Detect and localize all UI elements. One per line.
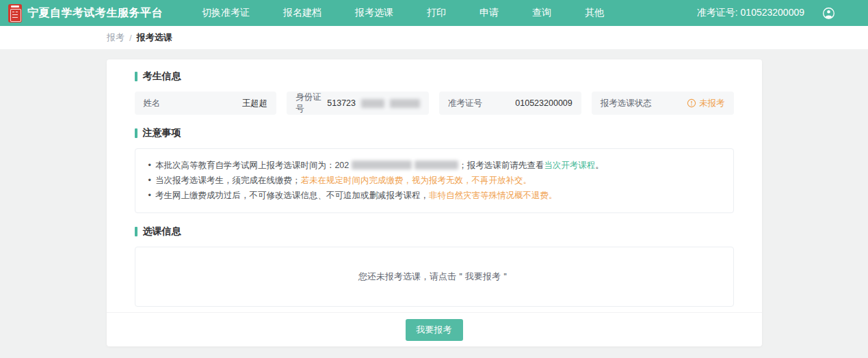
nav-item-other[interactable]: 其他	[585, 7, 604, 19]
breadcrumb-separator: /	[129, 33, 132, 43]
nav-item-switch-ticket[interactable]: 切换准考证	[202, 7, 250, 19]
redacted-blur	[352, 161, 412, 169]
redacted-blur	[361, 99, 384, 108]
field-name: 姓名 王超超	[135, 92, 277, 115]
nav-item-apply[interactable]: 申请	[479, 7, 499, 19]
nav-item-query[interactable]: 查询	[532, 7, 551, 19]
section-notes: 注意事项	[135, 127, 734, 139]
empty-state-text: 您还未报考选课，请点击＂我要报考＂	[358, 271, 510, 283]
section-candidate-info-label: 考生信息	[143, 70, 181, 83]
field-id-number-label: 身份证号	[295, 92, 327, 115]
breadcrumb-parent[interactable]: 报考	[107, 31, 124, 44]
note-line: 本批次高等教育自学考试网上报考选课时间为：202；报考选课前请先查看当次开考课程…	[148, 158, 720, 173]
note-line: 考生网上缴费成功过后，不可修改选课信息、不可追加或删减报考课程，非特自然灾害等殊…	[148, 188, 720, 203]
breadcrumb: 报考 / 报考选课	[0, 26, 868, 49]
section-bar	[135, 227, 137, 236]
app-header: 宁夏自学考试考生服务平台 切换准考证 报名建档 报考选课 打印 申请 查询 其他…	[0, 0, 868, 26]
field-id-number: 身份证号 513723	[287, 92, 429, 115]
field-name-value: 王超超	[242, 98, 268, 109]
breadcrumb-current: 报考选课	[137, 31, 172, 44]
section-course-selection-label: 选课信息	[143, 225, 181, 238]
note-line: 当次报考选课考生，须完成在线缴费；若未在规定时间内完成缴费，视为报考无效，不再开…	[148, 173, 720, 188]
platform-logo-icon	[8, 4, 22, 23]
field-selection-status: 报考选课状态 未报考	[592, 92, 734, 115]
header-right: 准考证号: 010523200009	[697, 7, 835, 20]
field-ticket-number-label: 准考证号	[448, 98, 482, 109]
apply-button[interactable]: 我要报考	[406, 319, 463, 341]
field-ticket-number: 准考证号 010523200009	[439, 92, 581, 115]
nav-item-print[interactable]: 打印	[427, 7, 446, 19]
section-notes-label: 注意事项	[143, 127, 181, 139]
field-ticket-number-value: 010523200009	[515, 98, 572, 108]
page-body: 考生信息 姓名 王超超 身份证号 513723 准考证号 01052320000…	[0, 49, 868, 358]
user-avatar-icon[interactable]	[822, 7, 835, 20]
section-candidate-info: 考生信息	[135, 70, 734, 83]
card-action-bar: 我要报考	[107, 312, 762, 346]
nav-item-registration[interactable]: 报名建档	[283, 7, 321, 19]
admission-ticket-number: 准考证号: 010523200009	[697, 7, 804, 19]
redacted-blur	[390, 99, 420, 108]
section-course-selection: 选课信息	[135, 225, 734, 238]
content-card: 考生信息 姓名 王超超 身份证号 513723 准考证号 01052320000…	[107, 59, 762, 346]
main-nav: 切换准考证 报名建档 报考选课 打印 申请 查询 其他	[202, 7, 604, 19]
warning-icon	[687, 98, 696, 108]
section-bar	[135, 128, 137, 138]
course-selection-empty-box: 您还未报考选课，请点击＂我要报考＂	[135, 247, 734, 307]
field-id-number-value: 513723	[327, 98, 420, 108]
status-text: 未报考	[699, 98, 725, 109]
section-bar	[135, 72, 137, 81]
notes-box: 本批次高等教育自学考试网上报考选课时间为：202；报考选课前请先查看当次开考课程…	[135, 148, 734, 213]
candidate-info-row: 姓名 王超超 身份证号 513723 准考证号 010523200009 报考选…	[135, 92, 734, 115]
field-selection-status-label: 报考选课状态	[601, 98, 652, 109]
field-name-label: 姓名	[144, 98, 161, 109]
redacted-blur	[415, 161, 458, 169]
nav-item-course-selection[interactable]: 报考选课	[355, 7, 393, 19]
open-courses-link[interactable]: 当次开考课程	[544, 161, 595, 170]
app-title: 宁夏自学考试考生服务平台	[27, 6, 163, 20]
status-badge: 未报考	[687, 98, 725, 109]
